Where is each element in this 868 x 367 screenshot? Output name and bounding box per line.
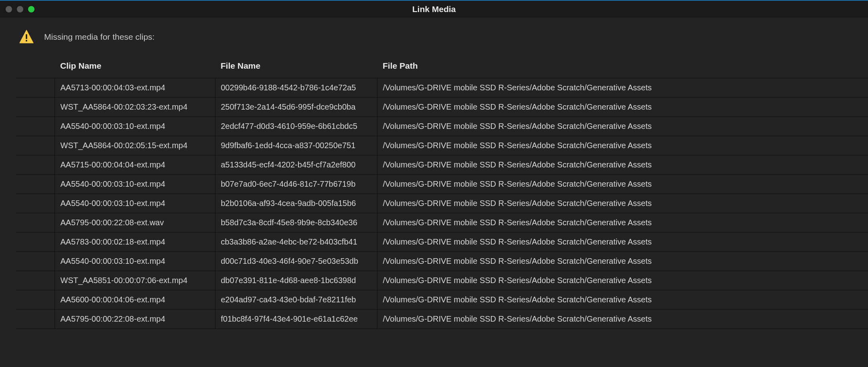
file-path-cell: /Volumes/G-DRIVE mobile SSD R-Series/Ado… (377, 213, 868, 232)
file-name-cell: b2b0106a-af93-4cea-9adb-005fa15b6 (215, 194, 377, 213)
row-gutter (16, 117, 55, 136)
file-path-cell: /Volumes/G-DRIVE mobile SSD R-Series/Ado… (377, 271, 868, 290)
table-row[interactable]: WST_AA5864-00:02:03:23-ext.mp4250f713e-2… (16, 98, 868, 117)
file-path-cell: /Volumes/G-DRIVE mobile SSD R-Series/Ado… (377, 136, 868, 155)
file-path-cell: /Volumes/G-DRIVE mobile SSD R-Series/Ado… (377, 310, 868, 329)
table-row[interactable]: AA5600-00:00:04:06-ext.mp4e204ad97-ca43-… (16, 290, 868, 310)
file-name-cell: e204ad97-ca43-43e0-bdaf-7e8211feb (215, 290, 377, 310)
row-gutter (16, 175, 55, 194)
file-path-cell: /Volumes/G-DRIVE mobile SSD R-Series/Ado… (377, 155, 868, 175)
clip-name-cell: WST_AA5864-00:02:03:23-ext.mp4 (55, 98, 215, 117)
file-path-cell: /Volumes/G-DRIVE mobile SSD R-Series/Ado… (377, 117, 868, 136)
missing-media-message: Missing media for these clips: (16, 29, 868, 45)
file-path-cell: /Volumes/G-DRIVE mobile SSD R-Series/Ado… (377, 252, 868, 271)
table-row[interactable]: AA5540-00:00:03:10-ext.mp42edcf477-d0d3-… (16, 117, 868, 136)
warning-icon (18, 29, 34, 45)
window-controls (6, 6, 34, 12)
table-row[interactable]: AA5783-00:00:02:18-ext.mp4cb3a3b86-a2ae-… (16, 232, 868, 252)
row-gutter (16, 252, 55, 271)
file-name-cell: 9d9fbaf6-1edd-4cca-a837-00250e751 (215, 136, 377, 155)
file-name-cell: 00299b46-9188-4542-b786-1c4e72a5 (215, 78, 377, 98)
file-name-cell: 2edcf477-d0d3-4610-959e-6b61cbdc5 (215, 117, 377, 136)
file-name-cell: b58d7c3a-8cdf-45e8-9b9e-8cb340e36 (215, 213, 377, 232)
table-row[interactable]: WST_AA5851-00:00:07:06-ext.mp4db07e391-8… (16, 271, 868, 290)
column-header-file-path[interactable]: File Path (377, 57, 868, 78)
window-close-button[interactable] (6, 6, 12, 12)
clip-name-cell: WST_AA5864-00:02:05:15-ext.mp4 (55, 136, 215, 155)
clip-name-cell: AA5783-00:00:02:18-ext.mp4 (55, 232, 215, 252)
file-path-cell: /Volumes/G-DRIVE mobile SSD R-Series/Ado… (377, 98, 868, 117)
svg-rect-0 (26, 34, 27, 39)
table-row[interactable]: AA5540-00:00:03:10-ext.mp4b07e7ad0-6ec7-… (16, 175, 868, 194)
link-media-window: Link Media Missing media for these clips… (0, 0, 868, 367)
clip-name-cell: AA5540-00:00:03:10-ext.mp4 (55, 175, 215, 194)
file-path-cell: /Volumes/G-DRIVE mobile SSD R-Series/Ado… (377, 78, 868, 98)
column-header-file-name[interactable]: File Name (215, 57, 377, 78)
row-gutter (16, 232, 55, 252)
table-row[interactable]: AA5715-00:00:04:04-ext.mp4a5133d45-ecf4-… (16, 155, 868, 175)
window-minimize-button[interactable] (17, 6, 23, 12)
clip-name-cell: AA5713-00:00:04:03-ext.mp4 (55, 78, 215, 98)
table-row[interactable]: WST_AA5864-00:02:05:15-ext.mp49d9fbaf6-1… (16, 136, 868, 155)
missing-media-table: Clip Name File Name File Path AA5713-00:… (16, 57, 868, 329)
clip-name-cell: AA5795-00:00:22:08-ext.mp4 (55, 310, 215, 329)
file-name-cell: 250f713e-2a14-45d6-995f-dce9cb0ba (215, 98, 377, 117)
file-name-cell: d00c71d3-40e3-46f4-90e7-5e03e53db (215, 252, 377, 271)
table-header-row: Clip Name File Name File Path (16, 57, 868, 78)
window-title: Link Media (412, 4, 456, 14)
titlebar[interactable]: Link Media (0, 0, 868, 18)
file-name-cell: a5133d45-ecf4-4202-b45f-cf7a2ef800 (215, 155, 377, 175)
file-path-cell: /Volumes/G-DRIVE mobile SSD R-Series/Ado… (377, 175, 868, 194)
file-name-cell: f01bc8f4-97f4-43e4-901e-e61a1c62ee (215, 310, 377, 329)
row-gutter (16, 78, 55, 98)
table-row[interactable]: AA5795-00:00:22:08-ext.wavb58d7c3a-8cdf-… (16, 213, 868, 232)
file-path-cell: /Volumes/G-DRIVE mobile SSD R-Series/Ado… (377, 290, 868, 310)
svg-rect-1 (26, 40, 27, 42)
row-gutter (16, 271, 55, 290)
row-gutter (16, 213, 55, 232)
window-zoom-button[interactable] (28, 6, 34, 12)
clip-name-cell: AA5540-00:00:03:10-ext.mp4 (55, 194, 215, 213)
column-header-gutter (16, 57, 55, 78)
file-path-cell: /Volumes/G-DRIVE mobile SSD R-Series/Ado… (377, 194, 868, 213)
file-path-cell: /Volumes/G-DRIVE mobile SSD R-Series/Ado… (377, 232, 868, 252)
clip-name-cell: WST_AA5851-00:00:07:06-ext.mp4 (55, 271, 215, 290)
file-name-cell: db07e391-811e-4d68-aee8-1bc6398d (215, 271, 377, 290)
table-row[interactable]: AA5713-00:00:04:03-ext.mp400299b46-9188-… (16, 78, 868, 98)
row-gutter (16, 290, 55, 310)
clip-name-cell: AA5715-00:00:04:04-ext.mp4 (55, 155, 215, 175)
row-gutter (16, 194, 55, 213)
clip-name-cell: AA5540-00:00:03:10-ext.mp4 (55, 117, 215, 136)
table-row[interactable]: AA5540-00:00:03:10-ext.mp4b2b0106a-af93-… (16, 194, 868, 213)
dialog-content: Missing media for these clips: Clip Name… (0, 18, 868, 367)
row-gutter (16, 136, 55, 155)
row-gutter (16, 155, 55, 175)
row-gutter (16, 98, 55, 117)
row-gutter (16, 310, 55, 329)
clip-name-cell: AA5600-00:00:04:06-ext.mp4 (55, 290, 215, 310)
missing-media-label: Missing media for these clips: (44, 32, 154, 42)
file-name-cell: cb3a3b86-a2ae-4ebc-be72-b403cfb41 (215, 232, 377, 252)
file-name-cell: b07e7ad0-6ec7-4d46-81c7-77b6719b (215, 175, 377, 194)
clip-name-cell: AA5540-00:00:03:10-ext.mp4 (55, 252, 215, 271)
table-row[interactable]: AA5540-00:00:03:10-ext.mp4d00c71d3-40e3-… (16, 252, 868, 271)
clip-name-cell: AA5795-00:00:22:08-ext.wav (55, 213, 215, 232)
table-row[interactable]: AA5795-00:00:22:08-ext.mp4f01bc8f4-97f4-… (16, 310, 868, 329)
column-header-clip-name[interactable]: Clip Name (55, 57, 215, 78)
